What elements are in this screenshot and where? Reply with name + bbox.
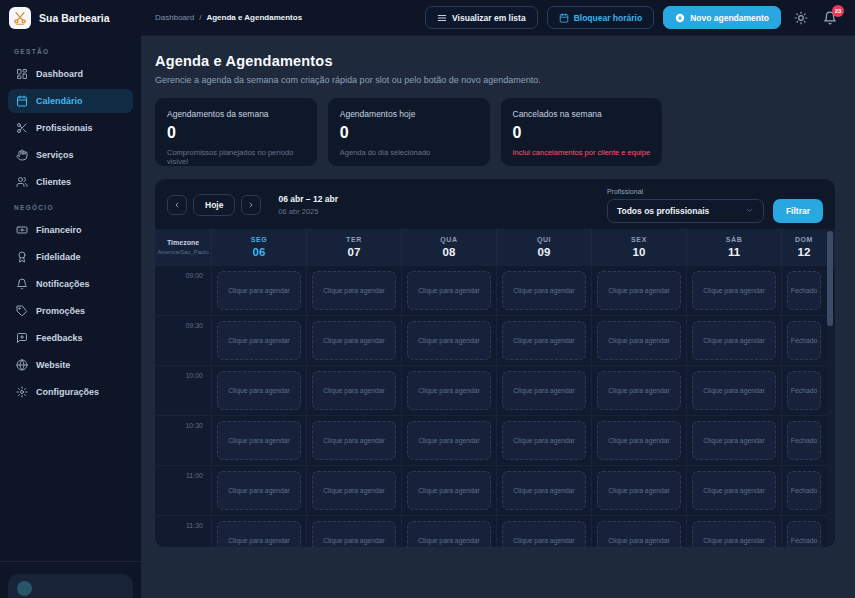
slot-button[interactable]: Clique para agendar [597, 371, 681, 410]
theme-toggle-sun-icon[interactable] [794, 11, 808, 25]
slot-button[interactable]: Clique para agendar [312, 271, 396, 310]
slot-button[interactable]: Clique para agendar [597, 421, 681, 460]
sidebar-item-label: Profissionais [36, 123, 93, 133]
view-list-button[interactable]: Visualizar em lista [425, 6, 538, 29]
slot-button[interactable]: Clique para agendar [312, 421, 396, 460]
closed-slot: Fechado [787, 371, 821, 410]
closed-slot: Fechado [787, 271, 821, 310]
sidebar-item-promocoes[interactable]: Promoções [8, 299, 133, 323]
closed-slot: Fechado [787, 421, 821, 460]
closed-slot: Fechado [787, 321, 821, 360]
slot-button[interactable]: Clique para agendar [502, 371, 586, 410]
sidebar-item-configuracoes[interactable]: Configurações [8, 380, 133, 404]
new-appointment-button[interactable]: Novo agendamento [663, 6, 781, 29]
calendar-scrollbar-thumb[interactable] [827, 231, 833, 326]
topbar-actions: Visualizar em lista Bloquear horário Nov… [425, 6, 839, 29]
notifications-bell-icon[interactable]: 23 [823, 11, 837, 25]
slot-button[interactable]: Clique para agendar [312, 521, 396, 547]
slot-button[interactable]: Clique para agendar [407, 521, 491, 547]
sidebar-footer [0, 561, 141, 598]
stat-value: 0 [167, 124, 305, 142]
slot-button[interactable]: Clique para agendar [502, 321, 586, 360]
page-subtitle: Gerencie a agenda da semana com criação … [155, 75, 835, 85]
slot-button[interactable]: Clique para agendar [597, 271, 681, 310]
sidebar-item-calendario[interactable]: Calendário [8, 89, 133, 113]
slot-button[interactable]: Clique para agendar [502, 271, 586, 310]
slot-button[interactable]: Clique para agendar [407, 271, 491, 310]
barbershop-logo-icon [9, 7, 31, 29]
stat-value: 0 [340, 124, 478, 142]
breadcrumb-root[interactable]: Dashboard [155, 13, 194, 22]
slot-button[interactable]: Clique para agendar [692, 521, 776, 547]
calendar-row: 09:30Clique para agendarClique para agen… [155, 315, 835, 365]
page-title: Agenda e Agendamentos [155, 53, 835, 69]
calendar-grid-body: 09:00Clique para agendarClique para agen… [155, 265, 835, 547]
slot-button[interactable]: Clique para agendar [407, 321, 491, 360]
sidebar-item-notificacoes[interactable]: Notificações [8, 272, 133, 296]
sidebar-user-panel[interactable] [8, 574, 133, 598]
sidebar-item-fidelidade[interactable]: Fidelidade [8, 245, 133, 269]
slot-button[interactable]: Clique para agendar [217, 521, 301, 547]
today-button[interactable]: Hoje [193, 194, 235, 216]
calendar-grid-header: Timezone America/Sao_Paulo SEG06TER07QUA… [155, 229, 835, 265]
sidebar-item-label: Notificações [36, 279, 90, 289]
slot-button[interactable]: Clique para agendar [407, 421, 491, 460]
sidebar-item-profissionais[interactable]: Profissionais [8, 116, 133, 140]
slot-button[interactable]: Clique para agendar [312, 321, 396, 360]
slot-button[interactable]: Clique para agendar [217, 321, 301, 360]
award-icon [16, 251, 28, 263]
day-header-sáb[interactable]: SÁB11 [686, 229, 781, 265]
next-week-button[interactable] [241, 195, 261, 215]
previous-week-button[interactable] [167, 195, 187, 215]
sidebar-item-label: Fidelidade [36, 252, 81, 262]
sidebar-item-label: Website [36, 360, 70, 370]
app-root: Sua Barbearia GESTÃODashboardCalendárioP… [0, 0, 855, 598]
calendar-grid: Timezone America/Sao_Paulo SEG06TER07QUA… [155, 229, 835, 547]
slot-button[interactable]: Clique para agendar [597, 321, 681, 360]
sidebar-item-website[interactable]: Website [8, 353, 133, 377]
sidebar-item-servicos[interactable]: Serviços [8, 143, 133, 167]
slot-button[interactable]: Clique para agendar [502, 521, 586, 547]
slot-button[interactable]: Clique para agendar [217, 271, 301, 310]
slot-button[interactable]: Clique para agendar [502, 421, 586, 460]
sidebar: Sua Barbearia GESTÃODashboardCalendárioP… [0, 0, 141, 598]
slot-button[interactable]: Clique para agendar [597, 471, 681, 510]
slot-button[interactable]: Clique para agendar [692, 371, 776, 410]
day-header-sex[interactable]: SEX10 [591, 229, 686, 265]
day-header-ter[interactable]: TER07 [306, 229, 401, 265]
sidebar-item-feedbacks[interactable]: Feedbacks [8, 326, 133, 350]
slot-button[interactable]: Clique para agendar [217, 471, 301, 510]
calendar-scrollbar[interactable] [827, 229, 833, 547]
day-header-qui[interactable]: QUI09 [496, 229, 591, 265]
slot-button[interactable]: Clique para agendar [692, 421, 776, 460]
slot-button[interactable]: Clique para agendar [312, 471, 396, 510]
day-header-qua[interactable]: QUA08 [401, 229, 496, 265]
sidebar-item-dashboard[interactable]: Dashboard [8, 62, 133, 86]
slot-button[interactable]: Clique para agendar [407, 371, 491, 410]
time-label: 11:00 [155, 466, 211, 515]
sidebar-item-label: Financeiro [36, 225, 82, 235]
day-header-dom[interactable]: DOM12 [781, 229, 826, 265]
slot-button[interactable]: Clique para agendar [312, 371, 396, 410]
globe-icon [16, 359, 28, 371]
slot-button[interactable]: Clique para agendar [217, 371, 301, 410]
filter-button[interactable]: Filtrar [773, 199, 823, 223]
slot-button[interactable]: Clique para agendar [692, 321, 776, 360]
slot-button[interactable]: Clique para agendar [597, 521, 681, 547]
block-time-button[interactable]: Bloquear horário [547, 6, 654, 29]
professional-select[interactable]: Todos os profissionais [607, 199, 764, 223]
slot-button[interactable]: Clique para agendar [217, 421, 301, 460]
slot-button[interactable]: Clique para agendar [692, 471, 776, 510]
slot-button[interactable]: Clique para agendar [692, 271, 776, 310]
sidebar-item-label: Serviços [36, 150, 74, 160]
slot-button[interactable]: Clique para agendar [407, 471, 491, 510]
slot-button[interactable]: Clique para agendar [502, 471, 586, 510]
day-header-seg[interactable]: SEG06 [211, 229, 306, 265]
sidebar-item-clientes[interactable]: Clientes [8, 170, 133, 194]
list-icon [437, 13, 447, 23]
message-plus-icon [16, 332, 28, 344]
sidebar-item-financeiro[interactable]: Financeiro [8, 218, 133, 242]
brand[interactable]: Sua Barbearia [0, 0, 141, 36]
calendar-row: 11:00Clique para agendarClique para agen… [155, 465, 835, 515]
closed-slot: Fechado [787, 521, 821, 547]
